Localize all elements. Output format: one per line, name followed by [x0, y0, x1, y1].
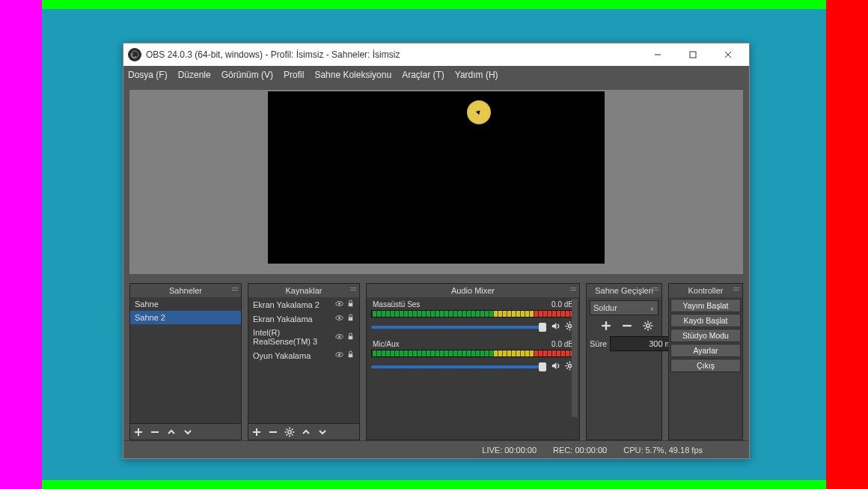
menu-tools[interactable]: Araçlar (T) — [402, 70, 444, 80]
scene-move-up-button[interactable] — [166, 427, 177, 437]
menu-view[interactable]: Görünüm (V) — [221, 70, 273, 80]
lock-icon[interactable] — [346, 300, 355, 309]
transition-add-button[interactable] — [600, 320, 612, 332]
menu-profile[interactable]: Profil — [284, 70, 304, 80]
scenes-list: Sahne Sahne 2 — [130, 297, 241, 423]
svg-line-46 — [566, 362, 568, 364]
dock-grip-icon[interactable] — [570, 288, 576, 292]
dock-grip-icon[interactable] — [733, 288, 739, 292]
sources-dock-header[interactable]: Kaynaklar — [248, 284, 359, 297]
volume-slider[interactable] — [371, 365, 546, 368]
dock-grip-icon[interactable] — [350, 288, 356, 292]
lock-icon[interactable] — [346, 332, 355, 342]
transition-remove-button[interactable] — [621, 320, 633, 332]
mixer-channel: Mic/Aux 0.0 dB — [371, 340, 575, 374]
scenes-dock: Sahneler Sahne Sahne 2 — [129, 283, 242, 440]
source-item[interactable]: Ekran Yakalama — [248, 312, 359, 326]
visibility-icon[interactable] — [335, 350, 343, 360]
svg-line-29 — [292, 434, 293, 435]
sources-list: Ekran Yakalama 2 Ekran Yakalama — [248, 297, 359, 423]
svg-line-62 — [650, 323, 652, 324]
slider-thumb[interactable] — [539, 362, 546, 371]
dropdown-updown-icon — [650, 303, 655, 312]
sources-dock: Kaynaklar Ekran Yakalama 2 Ekran Y — [248, 283, 360, 440]
preview-area — [123, 84, 749, 280]
transition-select[interactable]: Soldur — [590, 300, 658, 315]
exit-button[interactable]: Çıkış — [670, 359, 741, 372]
mute-icon[interactable] — [551, 360, 560, 374]
channel-name: Masaüstü Ses — [373, 300, 420, 309]
menu-file[interactable]: Dosya (F) — [128, 70, 168, 80]
decorative-border-left — [0, 0, 42, 489]
slider-thumb[interactable] — [539, 323, 546, 332]
scene-label: Sahne — [135, 300, 159, 309]
obs-app-icon — [128, 48, 141, 61]
status-bar: LIVE: 00:00:00 REC: 00:00:00 CPU: 5.7%, … — [123, 440, 749, 458]
scenes-dock-header[interactable]: Sahneler — [130, 284, 241, 297]
audio-meter — [371, 310, 575, 318]
source-properties-button[interactable] — [284, 427, 295, 437]
scene-item[interactable]: Sahne — [130, 297, 241, 311]
source-label: Oyun Yakalama — [253, 351, 311, 360]
transition-settings-button[interactable] — [642, 320, 654, 332]
scene-remove-button[interactable] — [150, 427, 160, 437]
svg-rect-19 — [349, 354, 353, 358]
menu-scene-collection[interactable]: Sahne Koleksiyonu — [314, 70, 391, 80]
window-close-button[interactable] — [711, 44, 745, 65]
window-title: OBS 24.0.3 (64-bit, windows) - Profil: İ… — [146, 49, 641, 60]
scene-add-button[interactable] — [133, 427, 144, 437]
svg-line-61 — [650, 328, 652, 329]
settings-button[interactable]: Ayarlar — [670, 344, 741, 357]
window-minimize-button[interactable] — [641, 44, 674, 65]
svg-line-37 — [566, 323, 568, 324]
controls-dock: Kontroller Yayını Başlat Kaydı Başlat St… — [668, 283, 743, 440]
controls-title: Kontroller — [688, 286, 723, 295]
menu-help[interactable]: Yardım (H) — [455, 70, 498, 80]
source-add-button[interactable] — [251, 427, 262, 437]
duration-label: Süre — [590, 339, 607, 348]
lock-icon[interactable] — [346, 350, 355, 360]
controls-dock-header[interactable]: Kontroller — [669, 284, 742, 297]
audio-meter — [371, 350, 575, 357]
svg-point-32 — [568, 324, 571, 327]
source-item[interactable]: Intel(R) RealSense(TM) 3 — [248, 326, 359, 348]
source-move-down-button[interactable] — [317, 427, 328, 437]
mixer-dock-header[interactable]: Audio Mixer — [367, 284, 579, 297]
studio-mode-button[interactable]: Stüdyo Modu — [670, 329, 741, 342]
source-item[interactable]: Ekran Yakalama 2 — [248, 297, 359, 312]
svg-line-30 — [292, 428, 293, 430]
menu-edit[interactable]: Düzenle — [178, 70, 211, 80]
lock-icon[interactable] — [346, 314, 355, 324]
svg-line-31 — [287, 434, 288, 435]
mixer-scrollbar[interactable] — [572, 299, 578, 417]
menu-bar: Dosya (F) Düzenle Görünüm (V) Profil Sah… — [123, 66, 749, 84]
visibility-icon[interactable] — [335, 332, 343, 342]
status-live: LIVE: 00:00:00 — [482, 446, 537, 455]
source-label: Intel(R) RealSense(TM) 3 — [253, 328, 335, 346]
transitions-dock-header[interactable]: Sahne Geçişleri — [587, 284, 661, 297]
source-item[interactable]: Oyun Yakalama — [248, 348, 359, 362]
start-streaming-button[interactable]: Yayını Başlat — [670, 299, 741, 312]
transitions-title: Sahne Geçişleri — [595, 286, 653, 295]
mixer-channel: Masaüstü Ses 0.0 dB — [371, 300, 575, 334]
mute-icon[interactable] — [551, 321, 560, 334]
cursor-highlight-icon — [467, 100, 491, 124]
dock-grip-icon[interactable] — [232, 288, 238, 292]
scene-item[interactable]: Sahne 2 — [130, 311, 241, 324]
scene-move-down-button[interactable] — [183, 427, 193, 437]
obs-window: OBS 24.0.3 (64-bit, windows) - Profil: İ… — [123, 43, 750, 459]
source-remove-button[interactable] — [268, 427, 278, 437]
preview-canvas[interactable] — [268, 91, 605, 264]
channel-level: 0.0 dB — [551, 340, 573, 348]
visibility-icon[interactable] — [335, 314, 343, 324]
source-label: Ekran Yakalama 2 — [253, 300, 320, 309]
dock-grip-icon[interactable] — [652, 288, 658, 292]
svg-rect-2 — [690, 52, 696, 58]
window-maximize-button[interactable] — [676, 44, 709, 65]
source-move-up-button[interactable] — [301, 427, 311, 437]
svg-rect-16 — [349, 335, 353, 339]
start-recording-button[interactable]: Kaydı Başlat — [670, 314, 741, 327]
window-titlebar[interactable]: OBS 24.0.3 (64-bit, windows) - Profil: İ… — [123, 43, 749, 66]
visibility-icon[interactable] — [335, 300, 343, 309]
volume-slider[interactable] — [371, 326, 546, 329]
